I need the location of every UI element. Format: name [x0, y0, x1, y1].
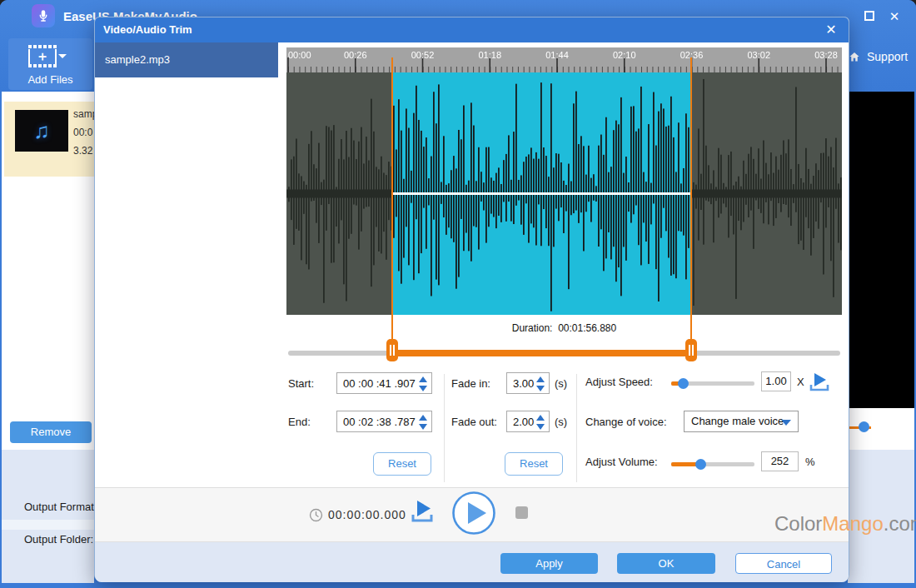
- fade-out-label: Fade out:: [451, 416, 497, 428]
- ruler-tick-label: 03:28: [814, 50, 838, 60]
- dialog-titlebar: Video/Audio Trim ✕: [95, 17, 849, 42]
- main-volume-thumb[interactable]: [859, 421, 869, 432]
- trim-start-line[interactable]: [391, 57, 393, 361]
- file-list-item[interactable]: ♫ samp 00:0 3.32: [4, 102, 94, 177]
- apply-button[interactable]: Apply: [500, 553, 598, 574]
- trim-end-handle[interactable]: [685, 339, 697, 361]
- ruler-tick-label: 02:10: [613, 50, 636, 60]
- file-meta: samp 00:0 3.32: [73, 105, 94, 160]
- cancel-button[interactable]: Cancel: [735, 553, 832, 574]
- remove-button[interactable]: Remove: [10, 421, 92, 443]
- maximize-button[interactable]: [861, 8, 878, 25]
- file-thumbnail: ♫: [15, 110, 68, 152]
- fade-in-label: Fade in:: [451, 377, 490, 390]
- file-size: 3.32: [73, 142, 94, 160]
- preview-speed-play-button[interactable]: [808, 371, 831, 394]
- reset-trim-button[interactable]: Reset: [373, 452, 431, 476]
- maximize-icon: [864, 11, 874, 21]
- stop-button[interactable]: [515, 506, 528, 519]
- playback-bar: 00:00:00.000: [95, 487, 849, 542]
- ruler-tick-label: 01:18: [478, 50, 501, 60]
- add-files-icon: ＋: [28, 45, 62, 68]
- dialog-title: Video/Audio Trim: [103, 23, 192, 36]
- end-time-field[interactable]: 00 :02 :38 .787: [336, 411, 432, 432]
- clock-icon: [309, 508, 323, 522]
- trim-start-handle[interactable]: [386, 339, 398, 361]
- close-icon: ✕: [825, 22, 836, 37]
- volume-slider[interactable]: [671, 462, 754, 466]
- adjust-volume-label: Adjust Volume:: [585, 456, 658, 468]
- fade-out-unit: (s): [555, 416, 567, 428]
- close-button[interactable]: ✕: [886, 8, 903, 25]
- waveform-panel: 00:00 00:26 00:52 01:18 01:44 02:10 02:3…: [286, 47, 842, 315]
- ruler-tick-label: 00:26: [344, 50, 367, 60]
- adjust-speed-label: Adjust Speed:: [585, 376, 653, 388]
- play-button[interactable]: [451, 491, 496, 536]
- fade-in-unit: (s): [555, 377, 567, 390]
- app-window: EaseUS MakeMyAudio ✕ ＋ Add Files Support…: [0, 0, 916, 588]
- spinner-up-icon[interactable]: [536, 415, 545, 421]
- start-label: Start:: [288, 377, 314, 390]
- add-files-button[interactable]: ＋ Add Files: [8, 38, 92, 90]
- play-selection-button[interactable]: [410, 498, 435, 525]
- spinner-up-icon[interactable]: [419, 376, 427, 382]
- fade-in-field[interactable]: 3.00: [506, 372, 550, 394]
- start-time-field[interactable]: 00 :00 :41 .907: [336, 372, 432, 394]
- duration-label: Duration:: [512, 322, 553, 334]
- chevron-down-icon: [58, 54, 67, 62]
- home-icon: [848, 51, 861, 63]
- ruler-tick-label: 03:02: [747, 50, 770, 60]
- voice-dropdown-value: Change male voice: [691, 415, 784, 427]
- trim-end-line[interactable]: [690, 57, 692, 361]
- volume-slider-thumb[interactable]: [695, 459, 706, 470]
- spinner-up-icon[interactable]: [536, 376, 545, 382]
- dialog-close-button[interactable]: ✕: [822, 21, 840, 39]
- fade-out-spinner[interactable]: [535, 414, 545, 431]
- speed-slider[interactable]: [671, 381, 754, 386]
- ruler-tick-label: 00:52: [411, 50, 435, 60]
- fade-out-field[interactable]: 2.00: [506, 411, 550, 432]
- output-format-label: Output Format: [24, 501, 94, 513]
- waveform-canvas[interactable]: [286, 47, 842, 315]
- playback-time: 00:00:00.000: [328, 508, 406, 521]
- spinner-down-icon[interactable]: [536, 386, 545, 391]
- speed-value-box[interactable]: 1.00: [761, 371, 791, 391]
- start-spinner[interactable]: [418, 376, 428, 392]
- dialog-button-bar: Apply OK Cancel: [95, 542, 849, 582]
- output-settings-panel: Output Format Output Folder:: [2, 450, 94, 583]
- add-files-label: Add Files: [8, 73, 92, 86]
- spinner-down-icon[interactable]: [536, 424, 545, 430]
- spinner-down-icon[interactable]: [419, 386, 427, 391]
- trim-dialog: Video/Audio Trim ✕ sample2.mp3 00:00 00:…: [94, 17, 849, 582]
- ok-button[interactable]: OK: [617, 553, 715, 574]
- ruler-tick-label: 01:44: [545, 50, 569, 60]
- speed-slider-thumb[interactable]: [678, 378, 689, 389]
- fade-in-value: 3.00: [513, 377, 534, 390]
- fade-in-spinner[interactable]: [535, 376, 545, 392]
- music-note-icon: ♫: [33, 118, 50, 144]
- duration-value: 00:01:56.880: [558, 322, 616, 334]
- voice-dropdown[interactable]: Change male voice: [684, 411, 799, 432]
- reset-fade-button[interactable]: Reset: [505, 452, 563, 476]
- app-logo-icon: [32, 4, 55, 27]
- end-spinner[interactable]: [418, 414, 428, 431]
- file-list-panel: ♫ samp 00:0 3.32 Remove: [2, 92, 94, 450]
- volume-strip: [848, 408, 914, 450]
- duration-text: Duration: 00:01:56.880: [286, 322, 842, 334]
- ruler-tick-label: 00:00: [288, 50, 311, 60]
- support-link[interactable]: Support: [848, 50, 908, 63]
- trim-slider-selected-range[interactable]: [392, 350, 691, 356]
- file-name: samp: [73, 105, 94, 123]
- watermark: ColorMango.com: [774, 512, 916, 536]
- volume-value-box[interactable]: 252: [761, 451, 799, 471]
- end-time-value: 00 :02 :38 .787: [343, 416, 416, 428]
- spinner-up-icon[interactable]: [419, 415, 427, 421]
- change-voice-label: Change of voice:: [585, 416, 667, 428]
- dialog-file-item-selected[interactable]: sample2.mp3: [95, 42, 278, 77]
- preview-area: [848, 92, 914, 408]
- spinner-down-icon[interactable]: [419, 424, 427, 430]
- fade-out-value: 2.00: [513, 416, 534, 428]
- file-duration: 00:0: [73, 123, 94, 142]
- speed-unit: X: [797, 376, 804, 388]
- end-label: End:: [288, 416, 311, 428]
